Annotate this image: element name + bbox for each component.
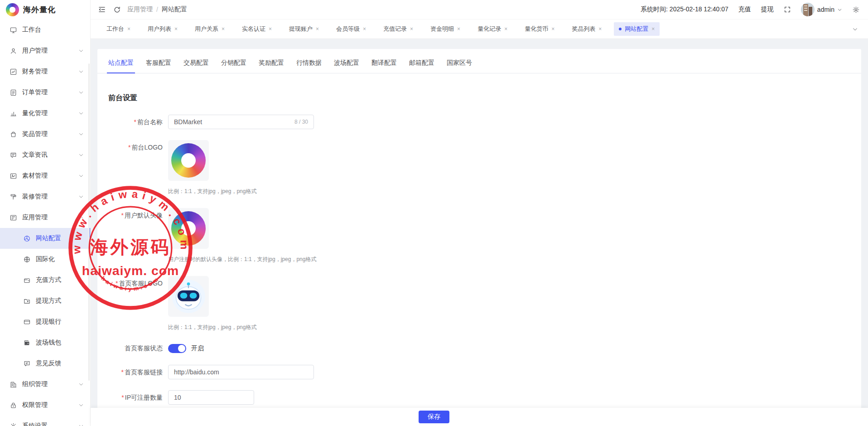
refresh-icon[interactable] bbox=[113, 6, 121, 14]
config-tab-translate[interactable]: 翻译配置 bbox=[371, 59, 397, 73]
fullscreen-icon[interactable] bbox=[784, 6, 791, 13]
sidebar-item-tron-wallet[interactable]: 波场钱包 bbox=[0, 332, 90, 353]
recharge-button[interactable]: 充值 bbox=[738, 5, 751, 14]
content-card: 站点配置客服配置交易配置分销配置奖励配置行情数据波场配置翻译配置邮箱配置国家区号… bbox=[97, 49, 861, 426]
sidebar-item-prize-mgmt[interactable]: 奖品管理 bbox=[0, 124, 90, 145]
order-doc-icon bbox=[10, 89, 17, 97]
sidebar-item-user-mgmt[interactable]: 用户管理 bbox=[0, 40, 90, 61]
workspace-tab-label: 用户列表 bbox=[148, 25, 171, 33]
sidebar-item-label: 应用管理 bbox=[22, 213, 78, 222]
sidebar-scrollbar[interactable] bbox=[88, 63, 90, 381]
sidebar-item-site-config[interactable]: 网站配置 bbox=[0, 228, 90, 249]
config-tab-reward[interactable]: 奖励配置 bbox=[259, 59, 284, 73]
workspace-tab-label: 提现账户 bbox=[289, 25, 313, 33]
config-tab-trade[interactable]: 交易配置 bbox=[183, 59, 209, 73]
field-service-status: 首页客服状态 开启 bbox=[108, 344, 850, 353]
close-icon[interactable]: × bbox=[127, 26, 130, 32]
main-area: 站点配置客服配置交易配置分销配置奖励配置行情数据波场配置翻译配置邮箱配置国家区号… bbox=[91, 39, 868, 426]
brand: 海外量化 bbox=[0, 0, 90, 19]
withdraw-button[interactable]: 提现 bbox=[761, 5, 774, 14]
sidebar-item-label: 装修管理 bbox=[22, 193, 78, 201]
sidebar-item-finance-mgmt[interactable]: 财务管理 bbox=[0, 61, 90, 82]
workspace-tab-quant-currency[interactable]: 量化货币× bbox=[520, 22, 559, 36]
close-icon[interactable]: × bbox=[651, 26, 655, 32]
user-menu[interactable]: admin bbox=[801, 3, 842, 16]
breadcrumb: 应用管理 / 网站配置 bbox=[127, 5, 187, 14]
close-icon[interactable]: × bbox=[457, 26, 460, 32]
workspace-tab-site-config[interactable]: 网站配置× bbox=[614, 22, 660, 36]
workspace-tab-real-name-auth[interactable]: 实名认证× bbox=[237, 22, 277, 36]
workspace-tab-member-level[interactable]: 会员等级× bbox=[331, 22, 371, 36]
site-name-input[interactable] bbox=[174, 118, 291, 126]
close-icon[interactable]: × bbox=[363, 26, 366, 32]
workspace-tab-user-relation[interactable]: 用户关系× bbox=[190, 22, 230, 36]
sidebar-item-label: 用户管理 bbox=[22, 47, 78, 55]
sidebar-menu: 工作台用户管理财务管理订单管理量化管理奖品管理文章资讯素材管理装修管理应用管理网… bbox=[0, 19, 90, 426]
sidebar-item-decor-mgmt[interactable]: 装修管理 bbox=[0, 186, 90, 207]
workspace-tab-quant-record[interactable]: 量化记录× bbox=[473, 22, 512, 36]
workspace-tab-fund-detail[interactable]: 资金明细× bbox=[425, 22, 465, 36]
workspace-tab-recharge-record[interactable]: 充值记录× bbox=[378, 22, 418, 36]
config-tab-site[interactable]: 站点配置 bbox=[108, 59, 134, 73]
close-icon[interactable]: × bbox=[316, 26, 319, 32]
service-logo-upload[interactable] bbox=[168, 276, 209, 317]
workspace-tab-user-list[interactable]: 用户列表× bbox=[143, 22, 183, 36]
sidebar-item-material-mgmt[interactable]: 素材管理 bbox=[0, 165, 90, 186]
breadcrumb-section[interactable]: 应用管理 bbox=[127, 5, 153, 14]
service-link-input-box bbox=[168, 365, 314, 379]
config-tab-country-code[interactable]: 国家区号 bbox=[447, 59, 472, 73]
close-icon[interactable]: × bbox=[598, 26, 602, 32]
char-counter: 8 / 30 bbox=[294, 119, 308, 125]
service-status-toggle[interactable] bbox=[168, 344, 186, 353]
default-avatar-upload[interactable] bbox=[168, 208, 209, 249]
tabbar-collapse-chevron-icon[interactable] bbox=[852, 26, 858, 32]
sidebar-item-workbench[interactable]: 工作台 bbox=[0, 19, 90, 40]
close-icon[interactable]: × bbox=[222, 26, 225, 32]
sidebar-item-order-mgmt[interactable]: 订单管理 bbox=[0, 82, 90, 103]
avatar[interactable] bbox=[801, 3, 815, 16]
workspace-tab-withdraw-account[interactable]: 提现账户× bbox=[284, 22, 324, 36]
menu-fold-icon[interactable] bbox=[98, 5, 106, 14]
service-link-input[interactable] bbox=[174, 368, 308, 376]
front-logo-tip: 比例：1:1，支持jpg，jpeg，png格式 bbox=[168, 188, 256, 195]
config-tab-email[interactable]: 邮箱配置 bbox=[409, 59, 434, 73]
close-icon[interactable]: × bbox=[504, 26, 507, 32]
sidebar: 海外量化 工作台用户管理财务管理订单管理量化管理奖品管理文章资讯素材管理装修管理… bbox=[0, 0, 91, 426]
close-icon[interactable]: × bbox=[551, 26, 555, 32]
ip-limit-input[interactable] bbox=[174, 394, 248, 401]
close-icon[interactable]: × bbox=[174, 26, 178, 32]
close-icon[interactable]: × bbox=[410, 26, 413, 32]
settings-gear-icon[interactable] bbox=[852, 6, 860, 14]
sidebar-item-withdraw-bank[interactable]: 提现银行 bbox=[0, 311, 90, 332]
sidebar-item-perm-mgmt[interactable]: 权限管理 bbox=[0, 395, 90, 416]
service-robot-image bbox=[170, 278, 207, 315]
front-logo-upload[interactable] bbox=[168, 140, 209, 181]
sidebar-item-article-news[interactable]: 文章资讯 bbox=[0, 145, 90, 165]
article-icon bbox=[10, 151, 17, 159]
sidebar-item-sys-settings[interactable]: 系统设置 bbox=[0, 416, 90, 426]
config-tab-market[interactable]: 行情数据 bbox=[296, 59, 322, 73]
brand-logo-icon bbox=[6, 3, 19, 16]
sidebar-item-recharge-method[interactable]: 充值方式 bbox=[0, 270, 90, 290]
sidebar-item-quant-mgmt[interactable]: 量化管理 bbox=[0, 103, 90, 124]
sidebar-item-feedback[interactable]: 意见反馈 bbox=[0, 353, 90, 374]
user-icon bbox=[10, 47, 17, 55]
sidebar-item-label: 网站配置 bbox=[36, 234, 84, 242]
workspace-tab-workbench[interactable]: 工作台× bbox=[101, 22, 135, 36]
sidebar-item-label: 提现银行 bbox=[36, 318, 84, 326]
field-label: IP可注册数量 bbox=[125, 394, 163, 401]
save-button[interactable]: 保存 bbox=[419, 411, 449, 423]
config-tab-distribution[interactable]: 分销配置 bbox=[221, 59, 246, 73]
workspace-tab-prize-list[interactable]: 奖品列表× bbox=[567, 22, 607, 36]
sidebar-item-org-mgmt[interactable]: 组织管理 bbox=[0, 374, 90, 395]
sidebar-item-label: 订单管理 bbox=[22, 88, 78, 97]
workspace-tab-label: 实名认证 bbox=[242, 25, 265, 33]
sidebar-item-i18n[interactable]: 国际化 bbox=[0, 249, 90, 270]
required-mark: * bbox=[134, 118, 136, 126]
close-icon[interactable]: × bbox=[269, 26, 272, 32]
sidebar-item-app-mgmt[interactable]: 应用管理 bbox=[0, 207, 90, 228]
config-tab-tron[interactable]: 波场配置 bbox=[334, 59, 359, 73]
recharge-wallet-icon bbox=[23, 276, 31, 284]
config-tab-service[interactable]: 客服配置 bbox=[146, 59, 171, 73]
sidebar-item-withdraw-method[interactable]: 提现方式 bbox=[0, 290, 90, 311]
